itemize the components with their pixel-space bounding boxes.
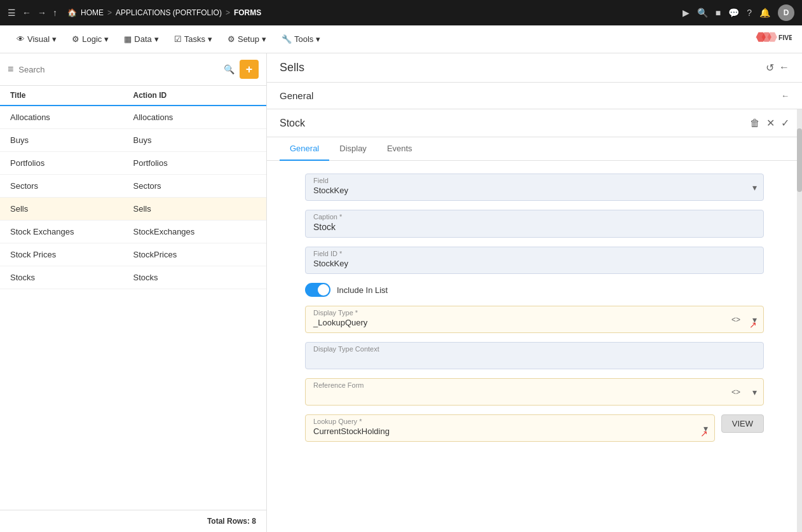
tab-display[interactable]: Display	[329, 137, 377, 161]
logic-chevron: ▾	[104, 34, 109, 44]
tab-events[interactable]: Events	[377, 137, 423, 161]
view-button[interactable]: VIEW	[721, 414, 764, 433]
topbar-right-icons: ▶ 🔍 ■ 💬 ? 🔔 D	[683, 4, 794, 21]
table-row[interactable]: Stock Exchanges StockExchanges	[0, 221, 266, 243]
row-action: StockPrices	[133, 250, 257, 259]
menu-logic[interactable]: ⚙ Logic ▾	[65, 31, 115, 48]
panel-title: Sells	[280, 61, 304, 74]
scrollbar-track[interactable]	[797, 109, 802, 532]
menu-setup[interactable]: ⚙ Setup ▾	[221, 31, 273, 48]
forms-label[interactable]: FORMS	[234, 8, 261, 17]
back-icon[interactable]: ←	[22, 8, 31, 18]
data-icon: ▦	[124, 34, 132, 44]
tab-general[interactable]: General	[280, 137, 329, 161]
display-type-arrow-icon: ↗	[749, 320, 757, 330]
tasks-chevron: ▾	[208, 34, 212, 44]
col-action-header: Action ID	[133, 91, 257, 100]
search-icon[interactable]: 🔍	[224, 64, 234, 74]
up-icon[interactable]: ↑	[53, 8, 57, 18]
general-title: General	[280, 90, 313, 101]
table-row[interactable]: Stocks Stocks	[0, 266, 266, 289]
row-action: Buys	[133, 135, 257, 145]
play-icon[interactable]: ▶	[683, 8, 690, 18]
field-wrapper-lookup-query: Lookup Query * CurrentStockHolding ▾ ↗	[305, 414, 715, 442]
right-panel: Sells ↺ ← General ← Stock 🗑 ✕ ✓	[267, 53, 802, 532]
table-row-sells[interactable]: Sells Sells	[0, 198, 266, 221]
row-title: Allocations	[10, 113, 133, 122]
breadcrumb-sep2: >	[226, 8, 230, 17]
field-id-value[interactable]: StockKey	[313, 259, 756, 268]
reference-form-code-icon[interactable]: <>	[731, 388, 740, 397]
delete-icon[interactable]: 🗑	[750, 118, 760, 129]
general-back-icon[interactable]: ←	[781, 91, 789, 100]
field-id: Field ID * StockKey	[305, 247, 764, 274]
sidebar-hamburger-icon[interactable]: ≡	[8, 64, 13, 75]
field-wrapper-caption: Caption * Stock	[305, 210, 764, 238]
applications-label[interactable]: APPLICATIONS (PORTFOLIO)	[116, 8, 222, 17]
row-action: Allocations	[133, 113, 257, 122]
close-icon[interactable]: ✕	[766, 117, 775, 129]
table-row[interactable]: Portfolios Portfolios	[0, 152, 266, 175]
tasks-label: Tasks	[184, 34, 205, 44]
display-type-code-icon[interactable]: <>	[731, 315, 740, 324]
include-in-list-label: Include In List	[337, 285, 388, 295]
row-action: Sectors	[133, 181, 257, 191]
avatar[interactable]: D	[778, 4, 794, 21]
visual-chevron: ▾	[52, 34, 57, 44]
table-row[interactable]: Allocations Allocations	[0, 106, 266, 129]
nav-icons: ☰ ← → ↑	[8, 8, 57, 18]
logic-icon: ⚙	[72, 34, 79, 44]
stop-icon[interactable]: ■	[716, 8, 721, 18]
setup-chevron: ▾	[262, 34, 266, 44]
field-wrapper-field: Field StockKey ▾	[305, 174, 764, 201]
panel-header-icons: ↺ ←	[766, 62, 789, 74]
lookup-query-value[interactable]: CurrentStockHolding	[313, 426, 707, 436]
row-title: Stock Prices	[10, 250, 133, 259]
forward-icon[interactable]: →	[37, 8, 46, 18]
check-icon[interactable]: ✓	[781, 117, 789, 129]
table-row[interactable]: Stock Prices StockPrices	[0, 243, 266, 266]
row-title: Stocks	[10, 273, 133, 282]
caption-value[interactable]: Stock	[313, 222, 756, 232]
chat-icon[interactable]: 💬	[728, 8, 739, 18]
row-title: Stock Exchanges	[10, 227, 133, 236]
reference-form-value[interactable]	[313, 390, 756, 400]
tools-chevron: ▾	[316, 34, 320, 44]
scrollbar-thumb[interactable]	[797, 128, 802, 192]
menu-data[interactable]: ▦ Data ▾	[118, 31, 165, 48]
table-row[interactable]: Buys Buys	[0, 129, 266, 152]
field-wrapper-display-type-context: Display Type Context	[305, 342, 764, 369]
visual-icon: 👁	[17, 34, 25, 44]
table-rows: Allocations Allocations Buys Buys Portfo…	[0, 106, 266, 510]
table-header: Title Action ID	[0, 86, 266, 106]
field-dropdown-icon[interactable]: ▾	[752, 182, 757, 193]
include-in-list-toggle[interactable]	[305, 283, 330, 297]
menu-tasks[interactable]: ☑ Tasks ▾	[168, 31, 219, 48]
panel-back-icon[interactable]: ←	[779, 62, 789, 74]
field-display-type-context: Display Type Context	[305, 342, 764, 369]
sidebar-footer: Total Rows: 8	[0, 510, 266, 532]
help-icon[interactable]: ?	[747, 8, 752, 18]
home-label[interactable]: HOME	[81, 8, 104, 17]
row-title: Buys	[10, 135, 133, 145]
menu-tools[interactable]: 🔧 Tools ▾	[275, 31, 327, 48]
table-row[interactable]: Sectors Sectors	[0, 175, 266, 198]
refresh-icon[interactable]: ↺	[766, 62, 774, 74]
display-type-value[interactable]: _LookupQuery	[313, 318, 756, 327]
row-title: Portfolios	[10, 158, 133, 168]
display-type-context-value[interactable]	[313, 354, 756, 364]
add-button[interactable]: +	[240, 60, 259, 79]
field-wrapper-id: Field ID * StockKey	[305, 247, 764, 274]
bell-icon[interactable]: 🔔	[759, 8, 770, 18]
menu-visual[interactable]: 👁 Visual ▾	[10, 31, 63, 48]
tabs: General Display Events	[267, 137, 802, 161]
search-input[interactable]	[18, 65, 219, 74]
setup-icon: ⚙	[228, 34, 235, 44]
menu-bar: 👁 Visual ▾ ⚙ Logic ▾ ▦ Data ▾ ☑ Tasks ▾ …	[0, 25, 802, 53]
topbar-search-icon[interactable]: 🔍	[697, 8, 708, 18]
row-action: Sells	[133, 204, 257, 214]
display-type-label: Display Type *	[313, 309, 756, 317]
field-id-label: Field ID *	[313, 250, 756, 257]
reference-form-dropdown-icon[interactable]: ▾	[752, 387, 757, 397]
hamburger-icon[interactable]: ☰	[8, 8, 16, 18]
